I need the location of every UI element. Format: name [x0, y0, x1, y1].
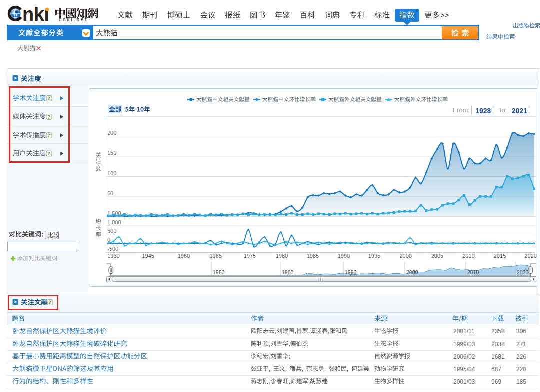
svg-text:cnki.net: cnki.net: [59, 17, 88, 22]
svg-text:>>: >>: [440, 12, 449, 20]
svg-text:nkı: nkı: [22, 4, 49, 25]
